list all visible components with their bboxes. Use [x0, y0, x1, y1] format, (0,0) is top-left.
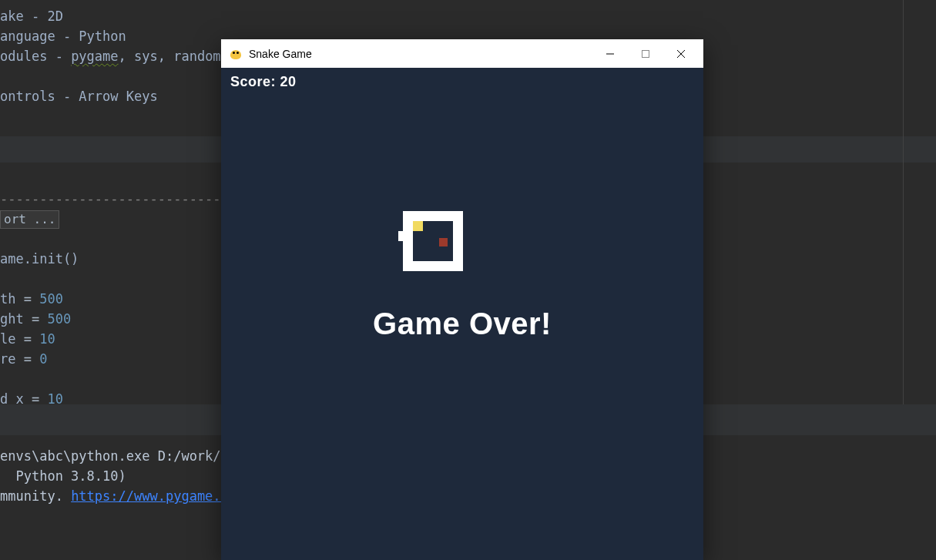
pygame-icon [229, 47, 243, 61]
pygame-window[interactable]: Snake Game Score: 20 [221, 39, 703, 560]
game-canvas: Score: 20 [221, 68, 703, 560]
window-title: Snake Game [249, 48, 312, 60]
editor-right-margin [903, 0, 904, 404]
snake [403, 211, 463, 271]
score-label: Score: 20 [230, 74, 297, 90]
svg-rect-1 [642, 50, 649, 57]
window-titlebar[interactable]: Snake Game [221, 39, 703, 68]
terminal-link[interactable]: https://www.pygame.o [71, 488, 229, 504]
close-button[interactable] [663, 39, 699, 68]
maximize-icon [642, 50, 649, 58]
snake-head [413, 221, 423, 231]
food [439, 238, 448, 246]
game-over-text: Game Over! [221, 307, 703, 341]
maximize-button[interactable] [628, 39, 663, 68]
minimize-button[interactable] [592, 39, 628, 68]
close-icon [677, 50, 685, 58]
code-line: ake - 2D [0, 6, 936, 26]
minimize-icon [606, 50, 614, 58]
